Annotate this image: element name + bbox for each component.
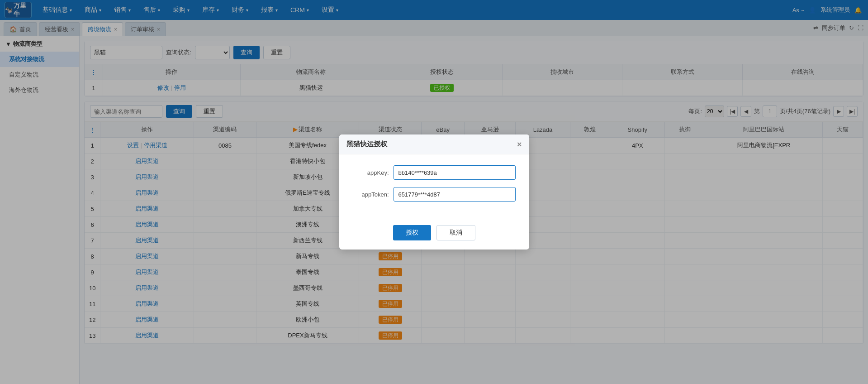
modal-footer: 授权 取消 [339,220,529,250]
modal-overlay: 黑猫快运授权 × appKey: appToken: 授权 取消 [0,0,868,384]
authorize-button[interactable]: 授权 [393,225,431,240]
apptoken-input[interactable] [394,187,516,202]
modal-title: 黑猫快运授权 [346,140,387,149]
appkey-field: appKey: [353,165,516,180]
apptoken-field: appToken: [353,187,516,202]
modal-box: 黑猫快运授权 × appKey: appToken: 授权 取消 [339,134,529,250]
modal-cancel-button[interactable]: 取消 [436,225,475,240]
apptoken-label: appToken: [353,191,389,198]
modal-body: appKey: appToken: [339,154,529,220]
appkey-input[interactable] [394,165,516,180]
appkey-label: appKey: [353,169,389,176]
modal-header: 黑猫快运授权 × [339,134,529,154]
modal-close-button[interactable]: × [517,140,522,149]
